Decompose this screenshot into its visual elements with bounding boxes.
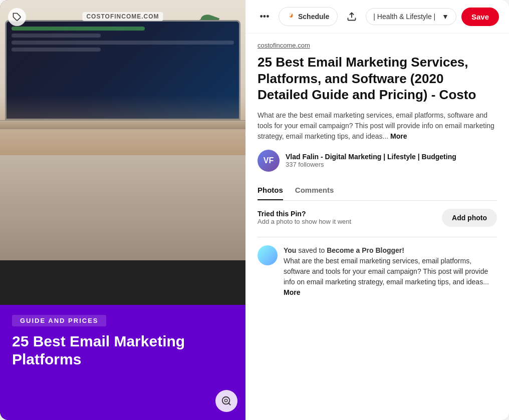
author-avatar[interactable]: VF (258, 150, 280, 172)
schedule-icon (287, 12, 295, 22)
guide-label: GUIDE AND PRICES (12, 315, 106, 326)
tried-sub-text: Add a photo to show how it went (258, 218, 351, 225)
save-button[interactable]: Save (461, 8, 499, 26)
svg-point-2 (224, 399, 227, 402)
add-photo-button[interactable]: Add photo (442, 209, 497, 227)
tab-photos[interactable]: Photos (258, 182, 283, 200)
more-options-button[interactable]: ••• (256, 8, 274, 26)
activity-avatar[interactable] (258, 245, 278, 265)
schedule-label: Schedule (298, 13, 329, 21)
activity-more-link[interactable]: More (284, 288, 300, 296)
chevron-down-icon: ▼ (442, 13, 449, 21)
author-name[interactable]: Vlad Falin - Digital Marketing | Lifesty… (286, 153, 456, 161)
svg-point-1 (222, 397, 230, 404)
activity-description: What are the best email marketing servic… (284, 257, 489, 286)
author-followers: 337 followers (286, 161, 456, 168)
pin-description: What are the best email marketing servic… (258, 110, 497, 142)
watermark-text: COSTOFINCOME.COM (82, 12, 163, 21)
author-row: VF Vlad Falin - Digital Marketing | Life… (258, 150, 497, 172)
tried-section: Tried this Pin? Add a photo to show how … (258, 209, 497, 227)
pin-image-area: COSTOFINCOME.COM (0, 0, 245, 260)
tab-comments[interactable]: Comments (295, 182, 334, 200)
author-info: Vlad Falin - Digital Marketing | Lifesty… (286, 153, 456, 168)
tried-main-text: Tried this Pin? (258, 210, 351, 218)
schedule-button[interactable]: Schedule (279, 7, 338, 26)
left-panel: COSTOFINCOME.COM GUIDE AND PRICES 25 Bes… (0, 0, 245, 420)
pin-image-title: 25 Best Email Marketing Platforms (12, 332, 233, 368)
pin-bottom-section: GUIDE AND PRICES 25 Best Email Marketing… (0, 305, 245, 420)
activity-row: You saved to Become a Pro Blogger! What … (258, 245, 497, 298)
divider (258, 237, 497, 237)
description-more-link[interactable]: More (390, 132, 407, 140)
tabs-row: Photos Comments (258, 182, 497, 201)
source-link[interactable]: costofincome.com (258, 42, 497, 49)
tried-text: Tried this Pin? Add a photo to show how … (258, 210, 351, 225)
modal-container: COSTOFINCOME.COM GUIDE AND PRICES 25 Bes… (0, 0, 509, 420)
activity-content: You saved to Become a Pro Blogger! What … (284, 245, 497, 298)
upload-button[interactable] (343, 8, 361, 26)
board-selector-button[interactable]: | Health & Lifestyle | ▼ (366, 8, 456, 25)
tag-icon[interactable] (8, 8, 26, 26)
activity-actor: You (284, 246, 296, 254)
activity-action: saved to (298, 246, 327, 254)
pin-main-title: 25 Best Email Marketing Services, Platfo… (258, 54, 497, 103)
board-selector-label: | Health & Lifestyle | (373, 13, 435, 21)
toolbar: ••• Schedule | Health & Lifestyle (245, 0, 509, 34)
right-panel: ••• Schedule | Health & Lifestyle (245, 0, 509, 420)
visual-search-icon[interactable] (215, 390, 237, 412)
content-area: costofincome.com 25 Best Email Marketing… (245, 34, 509, 420)
activity-text: You saved to Become a Pro Blogger! What … (284, 245, 497, 298)
activity-board[interactable]: Become a Pro Blogger! (327, 246, 404, 254)
